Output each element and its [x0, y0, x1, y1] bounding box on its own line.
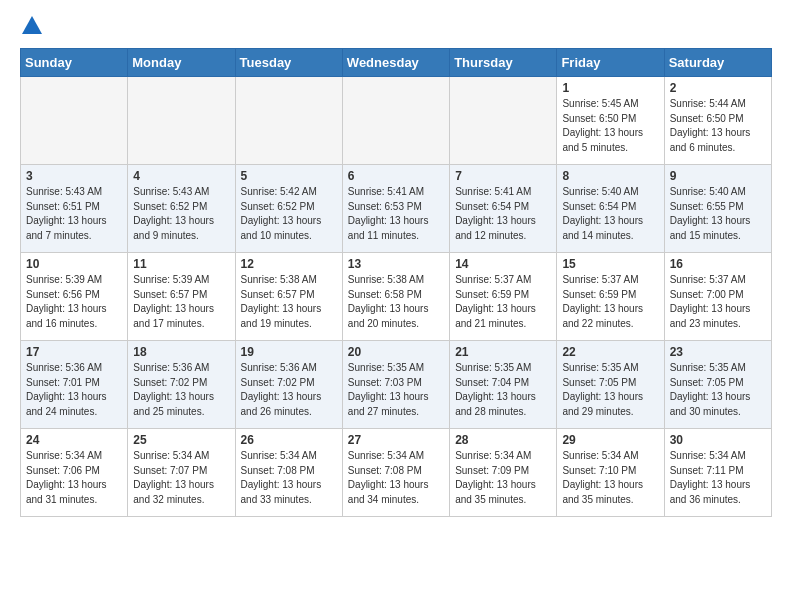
day-info: Sunrise: 5:34 AMSunset: 7:07 PMDaylight:…: [133, 449, 229, 507]
calendar-header-row: SundayMondayTuesdayWednesdayThursdayFrid…: [21, 49, 772, 77]
calendar-cell: 2Sunrise: 5:44 AMSunset: 6:50 PMDaylight…: [664, 77, 771, 165]
day-info: Sunrise: 5:45 AMSunset: 6:50 PMDaylight:…: [562, 97, 658, 155]
calendar-week-row: 3Sunrise: 5:43 AMSunset: 6:51 PMDaylight…: [21, 165, 772, 253]
day-number: 3: [26, 169, 122, 183]
day-info: Sunrise: 5:40 AMSunset: 6:55 PMDaylight:…: [670, 185, 766, 243]
calendar-cell: 16Sunrise: 5:37 AMSunset: 7:00 PMDayligh…: [664, 253, 771, 341]
day-number: 20: [348, 345, 444, 359]
calendar-cell: 30Sunrise: 5:34 AMSunset: 7:11 PMDayligh…: [664, 429, 771, 517]
calendar-cell: 10Sunrise: 5:39 AMSunset: 6:56 PMDayligh…: [21, 253, 128, 341]
day-info: Sunrise: 5:34 AMSunset: 7:09 PMDaylight:…: [455, 449, 551, 507]
day-number: 22: [562, 345, 658, 359]
weekday-header: Saturday: [664, 49, 771, 77]
weekday-header: Thursday: [450, 49, 557, 77]
day-info: Sunrise: 5:37 AMSunset: 7:00 PMDaylight:…: [670, 273, 766, 331]
day-info: Sunrise: 5:38 AMSunset: 6:57 PMDaylight:…: [241, 273, 337, 331]
day-info: Sunrise: 5:34 AMSunset: 7:08 PMDaylight:…: [241, 449, 337, 507]
calendar-cell: [128, 77, 235, 165]
calendar-week-row: 1Sunrise: 5:45 AMSunset: 6:50 PMDaylight…: [21, 77, 772, 165]
calendar-cell: 6Sunrise: 5:41 AMSunset: 6:53 PMDaylight…: [342, 165, 449, 253]
calendar-cell: 14Sunrise: 5:37 AMSunset: 6:59 PMDayligh…: [450, 253, 557, 341]
weekday-header: Sunday: [21, 49, 128, 77]
calendar-cell: 4Sunrise: 5:43 AMSunset: 6:52 PMDaylight…: [128, 165, 235, 253]
day-info: Sunrise: 5:35 AMSunset: 7:04 PMDaylight:…: [455, 361, 551, 419]
calendar-cell: 8Sunrise: 5:40 AMSunset: 6:54 PMDaylight…: [557, 165, 664, 253]
calendar-cell: 19Sunrise: 5:36 AMSunset: 7:02 PMDayligh…: [235, 341, 342, 429]
calendar-cell: 26Sunrise: 5:34 AMSunset: 7:08 PMDayligh…: [235, 429, 342, 517]
day-info: Sunrise: 5:34 AMSunset: 7:10 PMDaylight:…: [562, 449, 658, 507]
day-number: 11: [133, 257, 229, 271]
day-info: Sunrise: 5:44 AMSunset: 6:50 PMDaylight:…: [670, 97, 766, 155]
day-number: 18: [133, 345, 229, 359]
day-info: Sunrise: 5:39 AMSunset: 6:57 PMDaylight:…: [133, 273, 229, 331]
calendar-cell: 18Sunrise: 5:36 AMSunset: 7:02 PMDayligh…: [128, 341, 235, 429]
calendar-cell: 20Sunrise: 5:35 AMSunset: 7:03 PMDayligh…: [342, 341, 449, 429]
day-info: Sunrise: 5:38 AMSunset: 6:58 PMDaylight:…: [348, 273, 444, 331]
calendar: SundayMondayTuesdayWednesdayThursdayFrid…: [20, 48, 772, 517]
calendar-week-row: 17Sunrise: 5:36 AMSunset: 7:01 PMDayligh…: [21, 341, 772, 429]
day-number: 17: [26, 345, 122, 359]
day-number: 27: [348, 433, 444, 447]
calendar-cell: 22Sunrise: 5:35 AMSunset: 7:05 PMDayligh…: [557, 341, 664, 429]
calendar-cell: 24Sunrise: 5:34 AMSunset: 7:06 PMDayligh…: [21, 429, 128, 517]
day-number: 21: [455, 345, 551, 359]
day-number: 1: [562, 81, 658, 95]
calendar-cell: 3Sunrise: 5:43 AMSunset: 6:51 PMDaylight…: [21, 165, 128, 253]
calendar-cell: 9Sunrise: 5:40 AMSunset: 6:55 PMDaylight…: [664, 165, 771, 253]
day-info: Sunrise: 5:43 AMSunset: 6:52 PMDaylight:…: [133, 185, 229, 243]
calendar-cell: 1Sunrise: 5:45 AMSunset: 6:50 PMDaylight…: [557, 77, 664, 165]
day-number: 14: [455, 257, 551, 271]
weekday-header: Monday: [128, 49, 235, 77]
day-info: Sunrise: 5:39 AMSunset: 6:56 PMDaylight:…: [26, 273, 122, 331]
day-number: 8: [562, 169, 658, 183]
day-info: Sunrise: 5:34 AMSunset: 7:06 PMDaylight:…: [26, 449, 122, 507]
day-info: Sunrise: 5:35 AMSunset: 7:05 PMDaylight:…: [670, 361, 766, 419]
day-number: 15: [562, 257, 658, 271]
day-info: Sunrise: 5:41 AMSunset: 6:54 PMDaylight:…: [455, 185, 551, 243]
day-info: Sunrise: 5:35 AMSunset: 7:03 PMDaylight:…: [348, 361, 444, 419]
day-number: 23: [670, 345, 766, 359]
day-number: 13: [348, 257, 444, 271]
calendar-cell: 25Sunrise: 5:34 AMSunset: 7:07 PMDayligh…: [128, 429, 235, 517]
day-number: 19: [241, 345, 337, 359]
calendar-cell: [450, 77, 557, 165]
calendar-cell: 7Sunrise: 5:41 AMSunset: 6:54 PMDaylight…: [450, 165, 557, 253]
logo-triangle-icon: [22, 16, 42, 34]
day-number: 28: [455, 433, 551, 447]
day-number: 12: [241, 257, 337, 271]
day-number: 30: [670, 433, 766, 447]
day-info: Sunrise: 5:42 AMSunset: 6:52 PMDaylight:…: [241, 185, 337, 243]
header: [20, 16, 772, 36]
day-info: Sunrise: 5:35 AMSunset: 7:05 PMDaylight:…: [562, 361, 658, 419]
day-number: 2: [670, 81, 766, 95]
day-number: 25: [133, 433, 229, 447]
day-number: 5: [241, 169, 337, 183]
weekday-header: Wednesday: [342, 49, 449, 77]
day-number: 9: [670, 169, 766, 183]
calendar-cell: [235, 77, 342, 165]
day-info: Sunrise: 5:37 AMSunset: 6:59 PMDaylight:…: [455, 273, 551, 331]
logo: [20, 16, 42, 36]
day-number: 29: [562, 433, 658, 447]
day-info: Sunrise: 5:36 AMSunset: 7:01 PMDaylight:…: [26, 361, 122, 419]
calendar-cell: 28Sunrise: 5:34 AMSunset: 7:09 PMDayligh…: [450, 429, 557, 517]
day-info: Sunrise: 5:37 AMSunset: 6:59 PMDaylight:…: [562, 273, 658, 331]
calendar-cell: 21Sunrise: 5:35 AMSunset: 7:04 PMDayligh…: [450, 341, 557, 429]
day-number: 4: [133, 169, 229, 183]
day-number: 7: [455, 169, 551, 183]
calendar-cell: 23Sunrise: 5:35 AMSunset: 7:05 PMDayligh…: [664, 341, 771, 429]
calendar-cell: 17Sunrise: 5:36 AMSunset: 7:01 PMDayligh…: [21, 341, 128, 429]
day-info: Sunrise: 5:36 AMSunset: 7:02 PMDaylight:…: [133, 361, 229, 419]
calendar-cell: [342, 77, 449, 165]
calendar-cell: 5Sunrise: 5:42 AMSunset: 6:52 PMDaylight…: [235, 165, 342, 253]
calendar-cell: 27Sunrise: 5:34 AMSunset: 7:08 PMDayligh…: [342, 429, 449, 517]
calendar-week-row: 10Sunrise: 5:39 AMSunset: 6:56 PMDayligh…: [21, 253, 772, 341]
day-info: Sunrise: 5:43 AMSunset: 6:51 PMDaylight:…: [26, 185, 122, 243]
day-number: 16: [670, 257, 766, 271]
day-info: Sunrise: 5:34 AMSunset: 7:08 PMDaylight:…: [348, 449, 444, 507]
day-number: 26: [241, 433, 337, 447]
day-info: Sunrise: 5:36 AMSunset: 7:02 PMDaylight:…: [241, 361, 337, 419]
weekday-header: Friday: [557, 49, 664, 77]
calendar-cell: 15Sunrise: 5:37 AMSunset: 6:59 PMDayligh…: [557, 253, 664, 341]
day-number: 24: [26, 433, 122, 447]
